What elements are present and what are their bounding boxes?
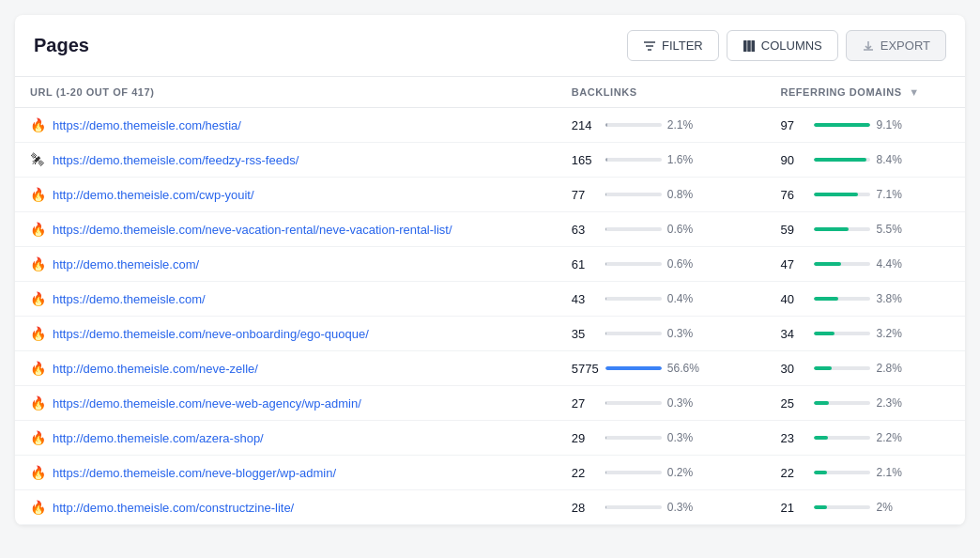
backlinks-cell: 220.2% (557, 456, 766, 490)
table-row: 🔥https://demo.themeisle.com/neve-web-age… (15, 386, 965, 421)
backlinks-value: 5775 (572, 362, 600, 376)
backlinks-value: 22 (572, 466, 600, 480)
backlinks-bar-container (605, 123, 662, 127)
backlinks-value: 214 (572, 118, 600, 132)
sort-desc-icon: ▼ (909, 86, 919, 98)
referring-value: 40 (780, 292, 808, 306)
referring-bar-container (814, 332, 870, 335)
col-header-url: URL (1-20 OUT OF 417) (15, 77, 557, 108)
url-cell: 🔥https://demo.themeisle.com/neve-vacatio… (15, 212, 557, 247)
favicon-icon: 🔥 (30, 326, 45, 341)
table-row: 🔥https://demo.themeisle.com/neve-blogger… (15, 456, 965, 490)
favicon-icon: 🔥 (30, 465, 45, 480)
referring-cell: 343.2% (765, 317, 965, 351)
favicon-icon: 🔥 (30, 395, 45, 411)
referring-cell: 232.2% (765, 421, 965, 456)
export-button[interactable]: EXPORT (846, 30, 946, 61)
backlinks-bar-container (605, 227, 662, 231)
url-link[interactable]: https://demo.themeisle.com/ (53, 292, 206, 306)
backlinks-value: 77 (572, 188, 600, 202)
filter-icon (643, 39, 656, 53)
col-header-referring-domains[interactable]: REFERRING DOMAINS ▼ (765, 77, 965, 108)
referring-cell: 252.3% (765, 386, 965, 421)
referring-value: 97 (780, 118, 808, 132)
backlinks-pct: 0.6% (667, 223, 697, 236)
url-link[interactable]: http://demo.themeisle.com/constructzine-… (53, 501, 294, 515)
toolbar: FILTER COLUMNS (627, 30, 946, 61)
url-cell: 🔥https://demo.themeisle.com/neve-onboard… (15, 317, 557, 351)
referring-bar-container (814, 366, 870, 370)
backlinks-value: 61 (572, 257, 600, 271)
url-cell: 🔥http://demo.themeisle.com/ (15, 247, 557, 282)
referring-pct: 3.2% (876, 327, 906, 340)
referring-pct: 7.1% (876, 188, 906, 201)
table-row: 🔥http://demo.themeisle.com/610.6%474.4% (15, 247, 965, 282)
backlinks-cell: 270.3% (557, 386, 766, 421)
backlinks-bar-container (605, 471, 662, 474)
url-link[interactable]: https://demo.themeisle.com/hestia/ (53, 118, 241, 132)
referring-cell: 979.1% (765, 108, 965, 143)
referring-bar-container (814, 158, 870, 162)
referring-bar-fill (814, 436, 828, 440)
svg-rect-4 (747, 40, 751, 52)
url-cell: 🔥http://demo.themeisle.com/neve-zelle/ (15, 351, 557, 386)
backlinks-cell: 290.3% (557, 421, 766, 456)
backlinks-value: 27 (572, 396, 600, 411)
referring-bar-fill (814, 505, 826, 509)
svg-rect-3 (743, 40, 747, 52)
referring-cell: 212% (765, 490, 965, 525)
url-link[interactable]: http://demo.themeisle.com/ (53, 257, 199, 271)
table-header-row: URL (1-20 OUT OF 417) BACKLINKS REFERRIN… (15, 77, 965, 108)
table-body: 🔥https://demo.themeisle.com/hestia/2142.… (15, 108, 965, 525)
favicon-icon: 🔥 (30, 291, 45, 306)
url-cell: 🛰https://demo.themeisle.com/feedzy-rss-f… (15, 143, 557, 178)
url-link[interactable]: http://demo.themeisle.com/azera-shop/ (53, 431, 264, 445)
backlinks-cell: 430.4% (557, 282, 766, 317)
table-row: 🔥https://demo.themeisle.com/hestia/2142.… (15, 108, 965, 143)
favicon-icon: 🔥 (30, 187, 45, 202)
referring-cell: 403.8% (765, 282, 965, 317)
backlinks-cell: 770.8% (557, 178, 766, 212)
backlinks-bar-container (605, 505, 662, 509)
referring-bar-container (814, 262, 870, 266)
columns-button[interactable]: COLUMNS (727, 30, 838, 61)
url-cell: 🔥https://demo.themeisle.com/ (15, 282, 557, 317)
export-icon (862, 39, 875, 53)
table-row: 🔥http://demo.themeisle.com/azera-shop/29… (15, 421, 965, 456)
referring-cell: 595.5% (765, 212, 965, 247)
referring-bar-fill (814, 332, 834, 335)
filter-button[interactable]: FILTER (627, 30, 719, 61)
referring-value: 90 (780, 153, 808, 167)
page-title: Pages (34, 35, 89, 56)
backlinks-pct: 0.8% (667, 188, 697, 201)
backlinks-pct: 0.4% (667, 292, 697, 305)
referring-pct: 5.5% (876, 223, 906, 236)
url-link[interactable]: http://demo.themeisle.com/cwp-youit/ (53, 188, 254, 202)
favicon-icon: 🔥 (30, 500, 45, 515)
table-row: 🛰https://demo.themeisle.com/feedzy-rss-f… (15, 143, 965, 178)
backlinks-pct: 1.6% (667, 153, 697, 166)
referring-bar-fill (814, 297, 837, 301)
url-cell: 🔥https://demo.themeisle.com/neve-web-age… (15, 386, 557, 421)
referring-cell: 474.4% (765, 247, 965, 282)
page-header: Pages FILTER (15, 15, 965, 77)
favicon-icon: 🔥 (30, 430, 45, 445)
referring-pct: 3.8% (876, 292, 906, 305)
referring-bar-container (814, 193, 870, 196)
favicon-icon: 🔥 (30, 256, 45, 271)
url-link[interactable]: https://demo.themeisle.com/neve-blogger/… (53, 466, 336, 480)
url-link[interactable]: https://demo.themeisle.com/feedzy-rss-fe… (53, 153, 299, 167)
url-link[interactable]: http://demo.themeisle.com/neve-zelle/ (53, 362, 258, 376)
favicon-icon: 🛰 (30, 152, 45, 167)
backlinks-pct: 56.6% (667, 362, 699, 375)
referring-bar-fill (814, 227, 848, 231)
backlinks-pct: 2.1% (667, 118, 697, 132)
url-link[interactable]: https://demo.themeisle.com/neve-onboardi… (53, 327, 369, 341)
referring-bar-container (814, 471, 870, 474)
url-link[interactable]: https://demo.themeisle.com/neve-vacation… (53, 223, 452, 237)
referring-bar-fill (814, 401, 828, 405)
referring-bar-container (814, 401, 870, 405)
url-link[interactable]: https://demo.themeisle.com/neve-web-agen… (53, 396, 361, 411)
backlinks-value: 29 (572, 431, 600, 445)
referring-bar-fill (814, 366, 831, 370)
